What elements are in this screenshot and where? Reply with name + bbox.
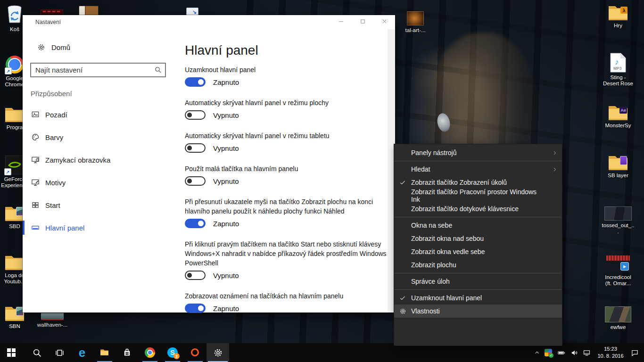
toggle-switch[interactable] xyxy=(185,77,206,87)
themes-icon xyxy=(31,178,40,187)
menu-item-zobrazit-plochu[interactable]: Zobrazit plochu xyxy=(394,258,562,272)
starttiles-icon xyxy=(31,201,40,209)
sidebar-item-motivy[interactable]: Motivy xyxy=(23,171,185,194)
toggle-switch[interactable] xyxy=(185,110,206,120)
sidebar-item-hlavni-panel[interactable]: Hlavní panel xyxy=(23,216,185,239)
setting-label: Při kliknutí pravým tlačítkem na tlačítk… xyxy=(185,239,387,268)
setting-automaticky-skryvat-hlavni-panel-v-rez: Automaticky skrývat hlavní panel v režim… xyxy=(185,131,387,153)
sidebar-item-label: Barvy xyxy=(45,133,63,141)
desktop-icon-wallhaven[interactable]: wallhaven-... xyxy=(36,313,69,328)
desktop-icon-label: SBD xyxy=(9,223,20,230)
close-button[interactable] xyxy=(373,15,395,29)
window-title: Nastavení xyxy=(35,19,330,25)
gear-icon xyxy=(37,43,45,51)
sidebar-item-start[interactable]: Start xyxy=(23,194,185,216)
toggle-switch[interactable] xyxy=(185,271,206,280)
store-icon xyxy=(122,347,132,358)
toggle-row-automaticky-skryvat-hlavni-panel-v-rez: Vypnuto xyxy=(185,110,387,120)
toggle-state-label: Vypnuto xyxy=(213,272,239,280)
sidebar-item-home[interactable]: Domů xyxy=(23,38,185,57)
menu-item-uzamknout-hlavni-panel[interactable]: Uzamknout hlavní panel xyxy=(394,291,562,304)
desktop-icon-tal-art[interactable]: tal-art-... xyxy=(398,11,432,33)
toggle-state-label: Zapnuto xyxy=(213,304,239,313)
setting-label: Použít malá tlačítka na hlavním panelu xyxy=(185,164,387,173)
desktop-icon-art xyxy=(407,11,424,25)
battery-icon[interactable] xyxy=(556,349,566,357)
sidebar-item-label: Hlavní panel xyxy=(45,224,84,232)
menu-item-zobrazit-okna-vedle-sebe[interactable]: Zobrazit okna vedle sebe xyxy=(394,245,562,258)
desktop-icon-incredicool-ft-omar[interactable]: ▶Incredicool (ft. Omar... xyxy=(602,255,635,287)
window-titlebar[interactable]: Nastavení xyxy=(23,15,395,29)
taskbar-button-skype[interactable]: S2 xyxy=(161,343,184,362)
hidden-icons-chevron-icon[interactable] xyxy=(534,349,540,356)
google-drive-icon[interactable]: ✓ xyxy=(545,349,552,356)
desktop-icon-tossed-out[interactable]: tossed_out_... xyxy=(602,206,635,235)
sidebar-item-pozadi[interactable]: Pozadí xyxy=(23,103,185,126)
menu-item-zobrazit-tlacitko-dotykove-klavesnice[interactable]: Zobrazit tlačítko dotykové klávesnice xyxy=(394,202,562,215)
desktop-icon-art xyxy=(4,206,25,222)
toggle-knob xyxy=(187,113,192,117)
sidebar-item-zamykaci-obrazovka[interactable]: Zamykací obrazovka xyxy=(23,148,185,171)
taskbar-button-settings[interactable] xyxy=(206,343,229,362)
action-center-icon[interactable] xyxy=(630,349,639,357)
music-note-icon: ♪ xyxy=(615,58,619,67)
desktop-icon-art: ▶ xyxy=(606,255,630,272)
sidebar-item-label: Pozadí xyxy=(45,111,67,119)
menu-item-zobrazit-okna-nad-sebou[interactable]: Zobrazit okna nad sebou xyxy=(394,232,562,245)
desktop-icon-monstersy[interactable]: AeMonsterSy xyxy=(602,105,635,129)
search-input[interactable] xyxy=(31,64,165,76)
menu-item-panely-nastroju[interactable]: Panely nástrojů xyxy=(394,146,562,159)
taskbar: eS2 ✓ 15:23 10. 8. 2016 xyxy=(0,343,644,362)
chrome-icon xyxy=(145,347,155,358)
desktop-icon-hry[interactable]: λHry xyxy=(602,5,635,29)
desktop-icon-sb-layer[interactable]: SB layer xyxy=(602,155,635,179)
toggle-state-label: Vypnuto xyxy=(213,144,239,152)
menu-item-label: Zobrazit okna vedle sebe xyxy=(411,248,547,255)
taskbar-button-search[interactable] xyxy=(25,343,48,362)
toggle-switch[interactable] xyxy=(185,219,206,228)
desktop-icon-art xyxy=(4,107,25,123)
minimize-icon xyxy=(338,18,345,27)
network-icon[interactable] xyxy=(583,349,591,357)
partial-desktop-icon-document[interactable]: ↘ xyxy=(186,8,198,16)
clock-time: 15:23 xyxy=(595,346,626,353)
taskbar-clock[interactable]: 15:23 10. 8. 2016 xyxy=(595,346,626,360)
taskbar-button-origin[interactable] xyxy=(184,343,206,362)
desktop-icon-ewfwe[interactable]: ewfwe xyxy=(602,306,635,330)
toggle-state-label: Zapnuto xyxy=(213,78,239,86)
taskbar-button-file-explorer[interactable] xyxy=(93,343,116,362)
toggle-switch[interactable] xyxy=(185,304,206,313)
toggle-switch[interactable] xyxy=(185,143,206,153)
desktop-icon-label: tal-art-... xyxy=(405,27,426,33)
menu-item-label: Zobrazit tlačítko Zobrazení úkolů xyxy=(411,179,547,186)
desktop-icon-label: Progra xyxy=(7,124,23,131)
image-thumbnail xyxy=(604,206,632,221)
desktop-icon-art: λ xyxy=(608,5,628,21)
menu-item-zobrazit-tlacitko-pracovni-prostor-win[interactable]: Zobrazit tlačítko Pracovní prostor Windo… xyxy=(394,189,562,202)
menu-item-label: Zobrazit okna nad sebou xyxy=(411,235,547,242)
menu-item-zobrazit-tlacitko-zobrazeni-ukolu[interactable]: Zobrazit tlačítko Zobrazení úkolů xyxy=(394,176,562,189)
taskbar-button-chrome[interactable] xyxy=(139,343,161,362)
minimize-button[interactable] xyxy=(330,15,352,29)
menu-item-label: Panely nástrojů xyxy=(411,149,547,156)
taskbar-button-store[interactable] xyxy=(116,343,139,362)
menu-item-vlastnosti[interactable]: Vlastnosti xyxy=(394,304,562,318)
toggle-switch[interactable] xyxy=(185,176,206,186)
setting-label: Automaticky skrývat hlavní panel v režim… xyxy=(185,131,387,140)
sidebar-item-barvy[interactable]: Barvy xyxy=(23,126,185,148)
menu-item-okna-na-sebe[interactable]: Okna na sebe xyxy=(394,219,562,232)
menu-item-hledat[interactable]: Hledat xyxy=(394,163,562,176)
menu-item-spravce-uloh[interactable]: Správce úloh xyxy=(394,275,562,288)
taskbar-button-task-view[interactable] xyxy=(48,343,71,362)
desktop-icon-art xyxy=(4,255,25,271)
desktop-icon-label: Sting - Desert Rose xyxy=(602,74,635,87)
maximize-button[interactable] xyxy=(352,15,373,29)
taskbar-button-edge[interactable]: e xyxy=(71,343,93,362)
desktop-icon-art xyxy=(6,4,24,25)
desktop-icon-sting-desert-rose[interactable]: ♪MP3Sting - Desert Rose xyxy=(602,53,635,87)
volume-icon[interactable] xyxy=(570,349,578,357)
toggle-knob xyxy=(187,146,192,150)
toggle-state-label: Vypnuto xyxy=(213,111,239,119)
taskbar-button-start[interactable] xyxy=(0,343,23,362)
desktop-icon-art xyxy=(605,306,631,322)
